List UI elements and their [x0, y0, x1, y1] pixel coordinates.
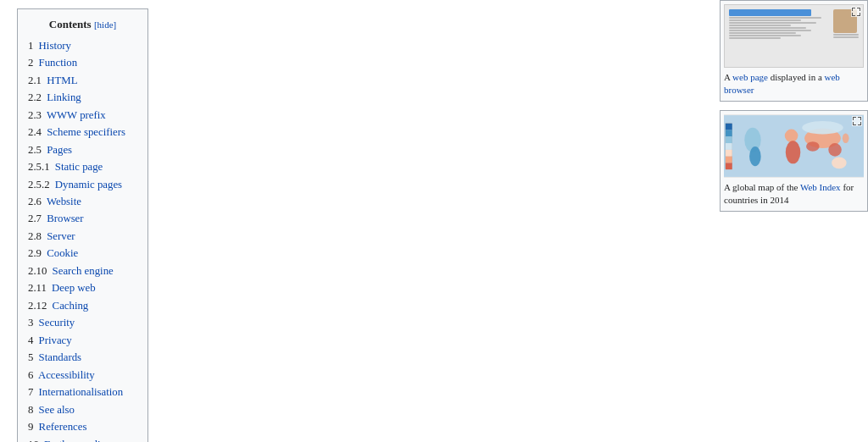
- svg-point-18: [802, 121, 843, 135]
- toc-item-standards: 5 Standards: [28, 349, 137, 366]
- toc-item-function: 2 Function: [28, 54, 137, 71]
- web-page-link[interactable]: web page: [732, 72, 768, 82]
- svg-point-11: [749, 146, 761, 166]
- toc-title-label: Contents: [49, 18, 92, 30]
- toc-item-internationalisation: 7 Internationalisation: [28, 384, 137, 401]
- svg-point-17: [832, 157, 846, 169]
- toc-item-scheme-specifiers: 2.4 Scheme specifiers: [28, 124, 137, 141]
- toc-item-history: 1 History: [28, 37, 137, 54]
- toc-item-search-engine: 2.10 Search engine: [28, 262, 137, 279]
- worldmap-thumbnail: [724, 114, 864, 178]
- enlarge-icon-worldmap[interactable]: [852, 116, 862, 126]
- enlarge-icon-webpage[interactable]: [851, 7, 861, 17]
- svg-rect-3: [726, 124, 732, 130]
- toc-item-linking: 2.2 Linking: [28, 89, 137, 106]
- toc-list: 1 History 2 Function 2.1 HTML 2.2 Linkin…: [28, 37, 137, 442]
- svg-point-16: [828, 143, 842, 157]
- toc-item-www-prefix: 2.3 WWW prefix: [28, 107, 137, 124]
- svg-rect-4: [726, 130, 732, 136]
- toc-item-see-also: 8 See also: [28, 401, 137, 418]
- toc-item-dynamic-pages: 2.5.2 Dynamic pages: [28, 176, 137, 193]
- toc-item-caching: 2.12 Caching: [28, 297, 137, 314]
- caption-text-2: displayed in a: [768, 72, 825, 82]
- svg-rect-5: [726, 136, 732, 143]
- toc-item-accessibility: 6 Accessibility: [28, 367, 137, 384]
- toc-item-deep-web: 2.11 Deep web: [28, 279, 137, 296]
- toc-item-static-page: 2.5.1 Static page: [28, 158, 137, 175]
- svg-point-15: [806, 141, 820, 152]
- toc-item-security: 3 Security: [28, 314, 137, 331]
- web-index-link[interactable]: Web Index: [800, 182, 841, 192]
- webpage-caption: A web page displayed in a web browser: [724, 71, 864, 97]
- worldmap-svg: [724, 114, 864, 178]
- caption-text-1: A: [724, 72, 732, 82]
- toc-item-further-reading: 10 Further reading: [28, 436, 137, 442]
- webpage-thumbnail: [724, 4, 864, 68]
- toc-item-pages: 2.5 Pages: [28, 141, 137, 158]
- svg-rect-7: [726, 150, 732, 157]
- worldmap-caption: A global map of the Web Index for countr…: [724, 181, 864, 207]
- svg-point-12: [785, 129, 798, 142]
- toc-item-privacy: 4 Privacy: [28, 332, 137, 349]
- svg-rect-9: [726, 163, 732, 169]
- worldmap-caption-text-1: A global map of the: [724, 182, 800, 192]
- toc-item-server: 2.8 Server: [28, 228, 137, 245]
- svg-rect-8: [726, 156, 732, 163]
- table-of-contents: Contents [hide] 1 History 2 Function 2.1…: [17, 8, 148, 442]
- toc-hide-link[interactable]: [hide]: [94, 19, 116, 30]
- svg-point-13: [786, 141, 800, 163]
- svg-rect-6: [726, 143, 732, 150]
- toc-item-html: 2.1 HTML: [28, 72, 137, 89]
- toc-item-references: 9 References: [28, 418, 137, 435]
- toc-item-cookie: 2.9 Cookie: [28, 245, 137, 262]
- toc-title: Contents [hide]: [28, 16, 137, 34]
- right-sidebar: A web page displayed in a web browser: [711, 0, 868, 442]
- image-box-worldmap: A global map of the Web Index for countr…: [720, 110, 868, 212]
- image-box-webpage: A web page displayed in a web browser: [720, 0, 868, 102]
- svg-point-19: [843, 133, 849, 143]
- toc-item-browser: 2.7 Browser: [28, 210, 137, 227]
- toc-item-website: 2.6 Website: [28, 193, 137, 210]
